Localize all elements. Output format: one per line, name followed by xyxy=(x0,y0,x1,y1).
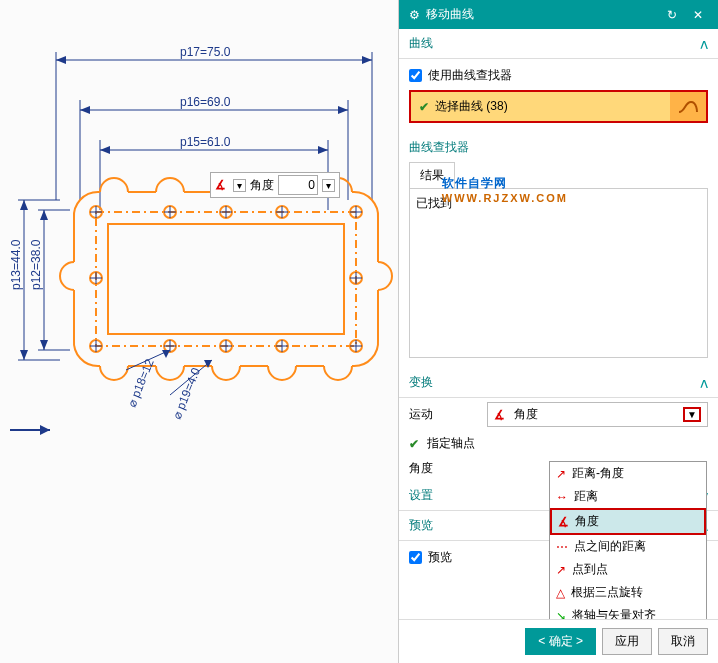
dd-item-pt-pt[interactable]: ↗点到点 xyxy=(550,558,706,581)
toolbar-angle-label: 角度 xyxy=(250,177,274,194)
chevron-up-icon: ʌ xyxy=(700,375,708,391)
section-transform-header[interactable]: 变换 ʌ xyxy=(399,368,718,398)
use-finder-checkbox[interactable] xyxy=(409,69,422,82)
cancel-button[interactable]: 取消 xyxy=(658,628,708,655)
angle-icon: ∡ xyxy=(215,178,229,192)
check-icon: ✔ xyxy=(419,100,429,114)
dim-p16: p16=69.0 xyxy=(180,95,231,109)
check-icon: ✔ xyxy=(409,437,419,451)
use-finder-check[interactable]: 使用曲线查找器 xyxy=(409,65,708,90)
section-finder-title: 曲线查找器 xyxy=(399,133,718,156)
results-tab[interactable]: 结果 xyxy=(409,162,455,188)
dd-item-pt-dist[interactable]: ⋯点之间的距离 xyxy=(550,535,706,558)
sketch-svg: p17=75.0 p16=69.0 p15=61.0 p13=44.0 p12=… xyxy=(0,0,398,663)
svg-marker-14 xyxy=(318,146,328,154)
svg-rect-42 xyxy=(108,224,344,334)
angle-input-toolbar[interactable]: ∡ ▾ 角度 ▾ xyxy=(210,172,340,198)
motion-row: 运动 ∡ 角度 ▼ xyxy=(399,398,718,431)
found-label: 已找到 xyxy=(416,195,701,212)
angle-icon: ∡ xyxy=(494,408,508,422)
motion-dropdown[interactable]: ∡ 角度 ▼ xyxy=(487,402,708,427)
dim-p12: p12=38.0 xyxy=(29,239,43,290)
toolbar-value-dropdown[interactable]: ▾ xyxy=(322,179,335,192)
close-icon[interactable]: ✕ xyxy=(688,8,708,22)
dim-p17: p17=75.0 xyxy=(180,45,231,59)
svg-marker-80 xyxy=(162,350,170,358)
svg-marker-13 xyxy=(100,146,110,154)
preview-checkbox[interactable] xyxy=(409,551,422,564)
toolbar-type-dropdown[interactable]: ▾ xyxy=(233,179,246,192)
apply-button[interactable]: 应用 xyxy=(602,628,652,655)
svg-marker-8 xyxy=(80,106,90,114)
chevron-up-icon: ʌ xyxy=(700,36,708,52)
curve-type-icon[interactable] xyxy=(670,92,706,121)
gear-icon: ⚙ xyxy=(409,8,420,22)
dd-item-dist-angle[interactable]: ↗距离-角度 xyxy=(550,462,706,485)
dd-item-angle[interactable]: ∡角度 xyxy=(550,508,706,535)
dialog-buttons: 确定 应用 取消 xyxy=(399,619,718,663)
sketch-canvas[interactable]: p17=75.0 p16=69.0 p15=61.0 p13=44.0 p12=… xyxy=(0,0,398,663)
svg-marker-9 xyxy=(338,106,348,114)
toolbar-angle-value[interactable] xyxy=(278,175,318,195)
svg-rect-41 xyxy=(96,212,356,346)
dd-item-three-pt[interactable]: △根据三点旋转 xyxy=(550,581,706,604)
dim-p13: p13=44.0 xyxy=(9,239,23,290)
move-curve-panel: ⚙ 移动曲线 ↻ ✕ 曲线 ʌ 使用曲线查找器 ✔ 选择曲线 (38) xyxy=(398,0,718,663)
panel-title: 移动曲线 xyxy=(426,6,474,23)
svg-marker-19 xyxy=(20,350,28,360)
panel-titlebar: ⚙ 移动曲线 ↻ ✕ xyxy=(399,0,718,29)
ok-button[interactable]: 确定 xyxy=(525,628,596,655)
dim-p15: p15=61.0 xyxy=(180,135,231,149)
dim-p19: ⌀ p19=4.0 xyxy=(170,365,203,421)
motion-dropdown-list[interactable]: ↗距离-角度 ↔距离 ∡角度 ⋯点之间的距离 ↗点到点 △根据三点旋转 ↘将轴与… xyxy=(549,461,707,619)
results-box: 已找到 xyxy=(409,188,708,358)
axis-point-row: ✔ 指定轴点 xyxy=(399,431,718,456)
reset-icon[interactable]: ↻ xyxy=(662,8,682,22)
dropdown-arrow-icon[interactable]: ▼ xyxy=(683,407,701,422)
svg-marker-23 xyxy=(40,210,48,220)
svg-marker-84 xyxy=(40,425,50,435)
svg-marker-3 xyxy=(56,56,66,64)
select-curve-label: 选择曲线 (38) xyxy=(435,98,508,115)
dd-item-axis-vec[interactable]: ↘将轴与矢量对齐 xyxy=(550,604,706,619)
select-curve-row[interactable]: ✔ 选择曲线 (38) xyxy=(409,90,708,123)
dd-item-dist[interactable]: ↔距离 xyxy=(550,485,706,508)
svg-marker-24 xyxy=(40,340,48,350)
svg-marker-4 xyxy=(362,56,372,64)
svg-marker-18 xyxy=(20,200,28,210)
section-curve-header[interactable]: 曲线 ʌ xyxy=(399,29,718,59)
dim-p18: ⌀ p18=12 xyxy=(125,357,157,410)
